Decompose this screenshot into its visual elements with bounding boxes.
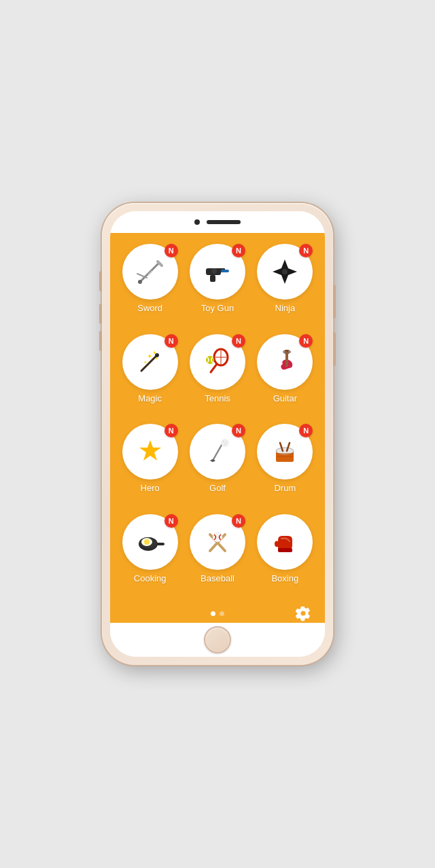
list-item[interactable]: N Sword: [118, 244, 181, 329]
tennis-label: Tennis: [205, 393, 230, 403]
svg-marker-29: [139, 440, 161, 460]
items-grid: N Sword: [110, 233, 325, 604]
hero-label: Hero: [141, 483, 160, 493]
svg-point-9: [211, 268, 217, 274]
bottom-bar: [110, 604, 325, 623]
svg-point-27: [283, 350, 285, 353]
list-item[interactable]: N Tennis: [186, 334, 249, 419]
magic-label: Magic: [138, 393, 162, 403]
app-screen: N Sword: [110, 233, 325, 623]
svg-text:✦: ✦: [143, 360, 147, 365]
speaker: [207, 220, 241, 224]
drum-label: Drum: [274, 483, 296, 493]
cooking-badge: N: [164, 514, 178, 528]
list-item[interactable]: N Drum: [254, 424, 317, 509]
ninja-badge: N: [299, 244, 313, 257]
list-item[interactable]: N Guitar: [254, 334, 317, 419]
guitar-label: Guitar: [273, 393, 297, 403]
list-item[interactable]: Boxing: [254, 514, 317, 599]
list-item[interactable]: N Cooking: [118, 514, 181, 599]
baseball-label: Baseball: [201, 573, 234, 583]
boxing-label: Boxing: [271, 573, 298, 583]
sword-label: Sword: [137, 303, 162, 313]
settings-button[interactable]: [295, 605, 311, 621]
svg-point-48: [213, 532, 222, 542]
svg-text:✦: ✦: [152, 350, 157, 356]
svg-point-33: [226, 441, 227, 443]
list-item[interactable]: N Hero: [118, 424, 181, 509]
svg-point-31: [221, 439, 229, 447]
list-item[interactable]: N Baseball: [186, 514, 249, 599]
gun-label: Toy Gun: [201, 303, 234, 313]
list-item[interactable]: N Ninja: [254, 244, 317, 329]
dot-2[interactable]: [220, 611, 224, 616]
svg-point-3: [138, 280, 142, 284]
svg-text:✦: ✦: [155, 357, 158, 361]
pagination-dots: [140, 611, 295, 616]
golf-badge: N: [232, 424, 245, 437]
camera: [194, 219, 200, 225]
svg-point-45: [144, 539, 150, 545]
tennis-badge: N: [232, 334, 245, 348]
phone-screen: N Sword: [110, 211, 325, 657]
cooking-label: Cooking: [134, 573, 167, 583]
top-bar: [110, 211, 325, 233]
phone-frame: N Sword: [102, 203, 333, 665]
list-item[interactable]: N Toy Gun: [186, 244, 249, 329]
svg-point-11: [282, 269, 288, 274]
golf-label: Golf: [209, 483, 226, 493]
guitar-badge: N: [299, 334, 313, 348]
magic-badge: N: [164, 334, 178, 348]
boxing-circle: [257, 514, 313, 570]
svg-point-22: [206, 356, 214, 364]
svg-rect-43: [156, 543, 164, 545]
svg-rect-23: [285, 352, 288, 367]
gun-badge: N: [232, 244, 245, 257]
dot-1[interactable]: [211, 611, 215, 616]
home-button[interactable]: [204, 626, 231, 653]
svg-line-0: [140, 263, 159, 282]
drum-badge: N: [299, 424, 313, 437]
sword-badge: N: [164, 244, 178, 257]
svg-point-32: [223, 441, 224, 442]
ninja-label: Ninja: [275, 303, 296, 313]
hero-badge: N: [164, 424, 178, 437]
home-bar: [110, 623, 325, 657]
svg-line-21: [211, 364, 217, 372]
svg-text:✦: ✦: [147, 352, 152, 360]
list-item[interactable]: N Golf: [186, 424, 249, 509]
svg-rect-49: [278, 548, 292, 552]
svg-rect-8: [221, 270, 229, 272]
svg-point-34: [224, 444, 226, 445]
baseball-badge: N: [232, 514, 245, 528]
list-item[interactable]: ✦ ✦ ✦ ✦ N Magic: [118, 334, 181, 419]
svg-point-28: [288, 350, 291, 353]
